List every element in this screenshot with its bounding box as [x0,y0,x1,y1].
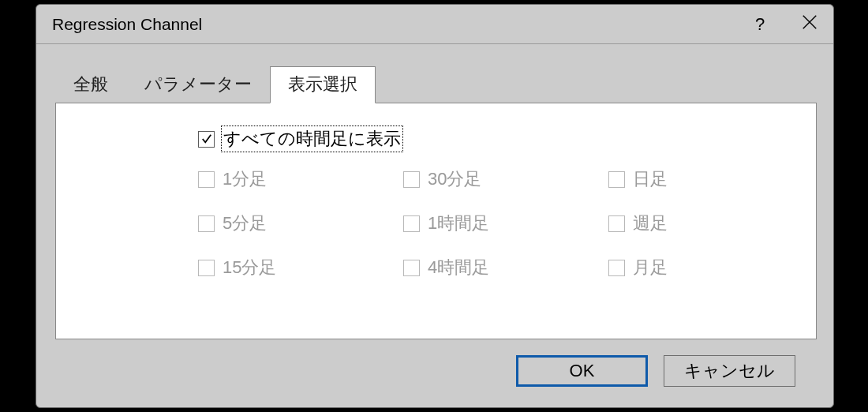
dialog-title: Regression Channel [52,15,740,34]
tab-label: 全般 [73,74,108,94]
tf-4h-label: 4時間足 [428,256,489,279]
tf-15m-label: 15分足 [223,256,276,279]
check-icon [201,133,212,144]
tf-daily-label: 日足 [633,167,668,191]
tf-weekly-checkbox[interactable] [608,215,625,232]
tab-parameters[interactable]: パラメーター [126,66,270,103]
all-timeframes-label: すべての時間足に表示 [223,127,402,151]
tf-5m-checkbox[interactable] [198,215,215,232]
all-timeframes-row: すべての時間足に表示 [198,127,816,151]
tf-daily-row: 日足 [608,167,782,191]
titlebar: Regression Channel ? [36,5,833,44]
tab-label: パラメーター [144,74,252,94]
tf-30m-checkbox[interactable] [403,171,420,188]
dialog-footer: OK キャンセル [55,339,814,387]
tf-5m-label: 5分足 [223,212,267,235]
tf-15m-row: 15分足 [198,256,403,279]
ok-button[interactable]: OK [516,355,648,387]
tf-1h-checkbox[interactable] [403,215,420,232]
help-button[interactable]: ? [740,14,780,35]
cancel-button-label: キャンセル [684,359,775,383]
tf-1m-checkbox[interactable] [198,171,215,188]
tf-4h-checkbox[interactable] [403,260,420,276]
tf-30m-row: 30分足 [403,167,608,191]
tab-display-selection[interactable]: 表示選択 [270,66,376,103]
dialog-content: 全般 パラメーター 表示選択 すべての時間足に表示 [36,44,833,387]
close-button[interactable] [786,13,833,35]
dialog-window: Regression Channel ? 全般 パラメーター 表示選択 [36,4,834,408]
tf-5m-row: 5分足 [198,212,403,235]
close-icon [801,13,818,31]
titlebar-controls: ? [740,5,833,43]
tf-weekly-label: 週足 [633,212,668,235]
ok-button-label: OK [570,361,595,381]
tf-1m-label: 1分足 [223,167,267,191]
cancel-button[interactable]: キャンセル [664,355,795,387]
tf-1h-row: 1時間足 [403,212,608,235]
tf-monthly-checkbox[interactable] [608,260,625,276]
tab-general[interactable]: 全般 [55,66,126,103]
tf-1m-row: 1分足 [198,167,403,191]
tf-daily-checkbox[interactable] [608,171,625,188]
tf-monthly-row: 月足 [608,256,782,279]
timeframe-grid: 1分足 30分足 日足 5分足 1時間足 [198,163,816,296]
tf-weekly-row: 週足 [608,212,782,235]
tf-30m-label: 30分足 [428,167,481,191]
all-timeframes-checkbox[interactable] [198,131,215,148]
tf-15m-checkbox[interactable] [198,260,215,276]
tab-panel: すべての時間足に表示 1分足 30分足 日足 5分足 [55,103,817,339]
tf-monthly-label: 月足 [633,256,668,279]
tf-1h-label: 1時間足 [428,212,489,235]
tab-label: 表示選択 [288,74,357,94]
tab-bar: 全般 パラメーター 表示選択 [55,66,814,103]
tf-4h-row: 4時間足 [403,256,608,279]
